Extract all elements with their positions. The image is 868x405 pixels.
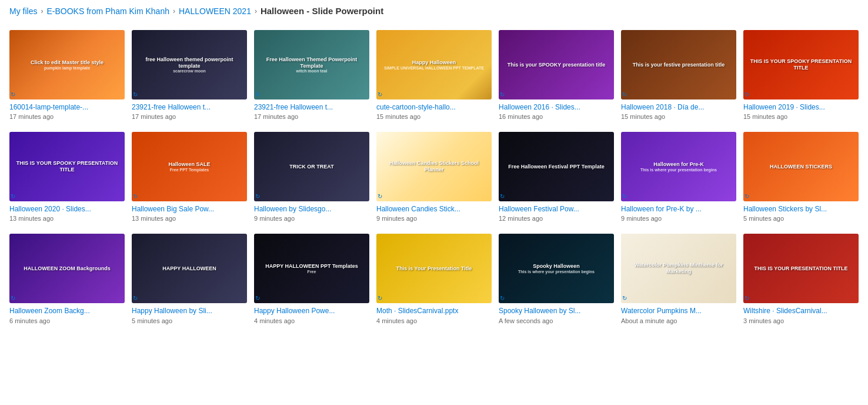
- file-card[interactable]: This is Your Presentation Title↻Moth · S…: [376, 234, 492, 324]
- file-card[interactable]: free Halloween themed powerpoint templat…: [132, 30, 247, 120]
- file-name: Happy Halloween Powe...: [254, 307, 369, 316]
- file-grid: Click to edit Master title stylepumpkin …: [9, 30, 859, 324]
- file-card[interactable]: Halloween Candies Stickers School Planne…: [376, 132, 492, 222]
- file-card[interactable]: THIS IS YOUR SPOOKY PRESENTATION TITLE↻H…: [9, 132, 125, 222]
- file-time: 12 minutes ago: [499, 215, 543, 222]
- file-card[interactable]: HAPPY HALLOWEEN↻Happy Halloween by Sli..…: [132, 234, 247, 324]
- file-time: 9 minutes ago: [254, 215, 295, 222]
- file-card[interactable]: HALLOWEEN STICKERS↻Halloween Stickers by…: [743, 132, 859, 222]
- file-name: Halloween 2018 · Día de...: [621, 103, 736, 112]
- thumb-main-text: This is your festive presentation title: [627, 61, 730, 68]
- file-card[interactable]: Free Halloween Festival PPT Template↻Hal…: [499, 132, 614, 222]
- file-time: 5 minutes ago: [132, 317, 172, 324]
- thumb-main-text: Halloween SALE: [138, 161, 241, 168]
- file-card[interactable]: HALLOWEEN ZOOM Backgrounds↻Halloween Zoo…: [9, 234, 125, 324]
- file-name: 160014-lamp-template-...: [9, 103, 125, 112]
- file-card[interactable]: THIS IS YOUR PRESENTATION TITLE↻Wiltshir…: [743, 234, 859, 324]
- file-time: 17 minutes ago: [254, 113, 298, 120]
- thumb-main-text: free Halloween themed powerpoint templat…: [138, 57, 241, 69]
- thumb-main-text: Halloween Candies Stickers School Planne…: [382, 160, 486, 173]
- file-name: Halloween by Slidesgo...: [254, 205, 369, 214]
- file-name: Moth · SlidesCarnival.pptx: [376, 307, 492, 316]
- file-time: 4 minutes ago: [376, 317, 417, 324]
- thumb-main-text: This is Your Presentation Title: [382, 265, 486, 272]
- breadcrumb-ebooks[interactable]: E-BOOKS from Pham Kim Khanh: [46, 6, 169, 16]
- sync-icon: ↻: [255, 91, 260, 98]
- sync-icon: ↻: [622, 295, 627, 301]
- file-name: Happy Halloween by Sli...: [132, 307, 247, 316]
- sync-icon: ↻: [378, 295, 382, 301]
- thumb-main-text: TRICK OR TREAT: [260, 164, 363, 170]
- file-card[interactable]: Click to edit Master title stylepumpkin …: [9, 30, 125, 120]
- thumb-sub-text: This is where your presentation begins: [505, 270, 608, 274]
- thumb-main-text: THIS IS YOUR SPOOKY PRESENTATION TITLE: [749, 58, 853, 71]
- sync-icon: ↻: [378, 91, 382, 98]
- file-card[interactable]: HAPPY HALLOWEEN PPT TemplatesFree↻Happy …: [254, 234, 369, 324]
- file-time: 17 minutes ago: [132, 113, 176, 120]
- breadcrumb-sep-1: ›: [41, 7, 43, 15]
- file-time: 9 minutes ago: [621, 215, 662, 222]
- file-card[interactable]: Halloween SALEFree PPT Templates↻Hallowe…: [132, 132, 247, 222]
- thumb-sub-text: Free: [260, 270, 363, 274]
- sync-icon: ↻: [11, 295, 15, 301]
- breadcrumb-current: Halloween - Slide Powerpoint: [261, 6, 383, 16]
- sync-icon: ↻: [133, 193, 138, 200]
- file-time: A few seconds ago: [499, 317, 553, 324]
- thumb-main-text: HALLOWEEN ZOOM Backgrounds: [15, 265, 119, 272]
- file-time: 4 minutes ago: [254, 317, 295, 324]
- file-card[interactable]: Spooky HalloweenThis is where your prese…: [499, 234, 614, 324]
- breadcrumb-sep-3: ›: [255, 7, 257, 15]
- file-card[interactable]: This is your festive presentation title↻…: [621, 30, 736, 120]
- thumb-main-text: HALLOWEEN STICKERS: [749, 164, 853, 170]
- file-time: 13 minutes ago: [132, 215, 176, 222]
- breadcrumb: My files › E-BOOKS from Pham Kim Khanh ›…: [9, 6, 859, 16]
- file-card[interactable]: This is your SPOOKY presentation title↻H…: [499, 30, 614, 120]
- file-card[interactable]: Halloween for Pre-KThis is where your pr…: [621, 132, 736, 222]
- thumb-main-text: Click to edit Master title style: [15, 59, 119, 66]
- file-name: Halloween Stickers by Sl...: [743, 205, 859, 214]
- thumb-sub-text: This is where your presentation begins: [627, 168, 730, 172]
- sync-icon: ↻: [745, 91, 749, 98]
- file-card[interactable]: Happy HalloweenSIMPLE UNIVERSAL HALLOWEE…: [376, 30, 492, 120]
- file-name: Spooky Halloween by Sl...: [499, 307, 614, 316]
- sync-icon: ↻: [255, 295, 260, 301]
- thumb-main-text: This is your SPOOKY presentation title: [505, 61, 608, 68]
- file-name: Halloween Zoom Backg...: [9, 307, 125, 316]
- file-time: 16 minutes ago: [499, 113, 543, 120]
- file-card[interactable]: Watercolor Pumpkins Mintheme for Marketi…: [621, 234, 736, 324]
- file-name: Watercolor Pumpkins M...: [621, 307, 736, 316]
- thumb-main-text: Free Halloween Festival PPT Template: [505, 164, 608, 170]
- sync-icon: ↻: [255, 193, 260, 200]
- thumb-main-text: Free Halloween Themed Powerpoint Templat…: [260, 57, 363, 69]
- file-name: Halloween for Pre-K by ...: [621, 205, 736, 214]
- file-time: 17 minutes ago: [9, 113, 54, 120]
- file-card[interactable]: THIS IS YOUR SPOOKY PRESENTATION TITLE↻H…: [743, 30, 859, 120]
- file-card[interactable]: Free Halloween Themed Powerpoint Templat…: [254, 30, 369, 120]
- file-card[interactable]: TRICK OR TREAT↻Halloween by Slidesgo...9…: [254, 132, 369, 222]
- thumb-sub-text: scarecrow moon: [138, 69, 241, 73]
- file-time: About a minute ago: [621, 317, 677, 324]
- file-name: 23921-free Halloween t...: [254, 103, 369, 112]
- sync-icon: ↻: [745, 193, 749, 200]
- file-name: 23921-free Halloween t...: [132, 103, 247, 112]
- file-name: Halloween Festival Pow...: [499, 205, 614, 214]
- thumb-sub-text: Free PPT Templates: [138, 168, 241, 172]
- file-time: 13 minutes ago: [9, 215, 54, 222]
- sync-icon: ↻: [622, 193, 627, 200]
- file-name: Wiltshire · SlidesCarnival...: [743, 307, 859, 316]
- file-name: Halloween 2020 · Slides...: [9, 205, 125, 214]
- thumb-main-text: THIS IS YOUR SPOOKY PRESENTATION TITLE: [15, 160, 119, 173]
- sync-icon: ↻: [11, 193, 15, 200]
- thumb-main-text: Spooky Halloween: [505, 263, 608, 270]
- sync-icon: ↻: [11, 91, 15, 98]
- breadcrumb-my-files[interactable]: My files: [9, 6, 37, 16]
- breadcrumb-halloween2021[interactable]: HALLOWEEN 2021: [179, 6, 251, 16]
- file-name: Halloween Candies Stick...: [376, 205, 492, 214]
- sync-icon: ↻: [745, 295, 749, 301]
- file-name: cute-cartoon-style-hallo...: [376, 103, 492, 112]
- file-time: 15 minutes ago: [743, 113, 787, 120]
- thumb-main-text: HAPPY HALLOWEEN PPT Templates: [260, 263, 363, 270]
- file-time: 3 minutes ago: [743, 317, 784, 324]
- thumb-sub-text: SIMPLE UNIVERSAL HALLOWEEN PPT TEMPLATE: [382, 66, 486, 70]
- thumb-main-text: Happy Halloween: [382, 59, 486, 66]
